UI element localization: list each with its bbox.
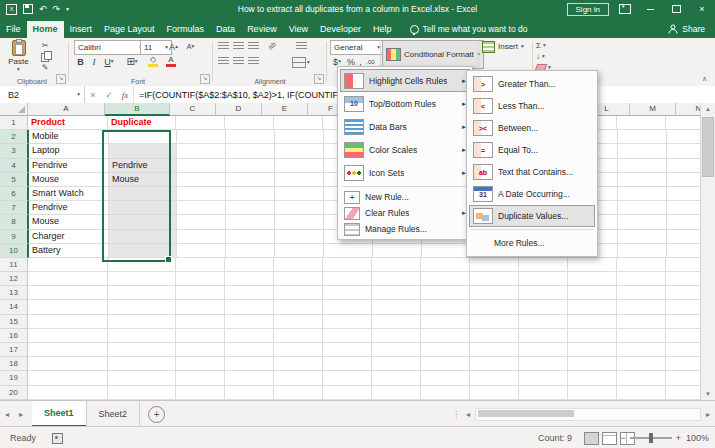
ribbon-display-options-icon[interactable]	[619, 4, 631, 14]
cell-a1[interactable]: Product	[28, 116, 108, 130]
conditional-formatting-button[interactable]: Conditional Formatting ▾	[382, 40, 484, 69]
cell-d12[interactable]	[225, 272, 274, 286]
collapse-ribbon-icon[interactable]: ∧	[702, 75, 707, 83]
cell-e16[interactable]	[274, 329, 323, 343]
cell-b3[interactable]	[109, 144, 177, 158]
tab-view[interactable]: View	[283, 21, 314, 38]
cell-m11[interactable]	[666, 258, 701, 272]
align-right-icon[interactable]	[248, 57, 259, 66]
menu-item-manage-rules[interactable]: Manage Rules...	[340, 221, 470, 237]
cell-e11[interactable]	[274, 258, 323, 272]
cell-d17[interactable]	[225, 343, 274, 357]
cell-l16[interactable]	[617, 329, 666, 343]
cell-i11[interactable]	[470, 258, 519, 272]
cell-c8[interactable]	[177, 215, 226, 229]
cell-d7[interactable]	[226, 201, 275, 215]
column-header-n[interactable]: N	[676, 103, 701, 116]
cell-b18[interactable]	[108, 357, 176, 371]
cell-m13[interactable]	[666, 286, 701, 300]
menu-item-clear-rules[interactable]: Clear Rules►	[340, 205, 470, 221]
cell-f17[interactable]	[323, 343, 372, 357]
menu-item-icon-sets[interactable]: Icon Sets►	[340, 161, 470, 184]
cell-c18[interactable]	[176, 357, 225, 371]
row-header-7[interactable]: 7	[0, 201, 29, 215]
cell-b12[interactable]	[108, 272, 176, 286]
tab-home[interactable]: Home	[27, 21, 64, 38]
alignment-launcher-icon[interactable]	[314, 74, 324, 84]
name-box[interactable]: B2 ▾	[0, 86, 85, 103]
close-button[interactable]: ×	[689, 0, 715, 18]
minimize-button[interactable]	[637, 0, 663, 18]
font-name-select[interactable]: Calibri ▾	[74, 40, 146, 55]
undo-icon[interactable]: ↶	[39, 5, 47, 14]
hscroll-left-icon[interactable]: ◂	[461, 410, 475, 419]
cell-i19[interactable]	[470, 371, 519, 385]
cell-a5[interactable]: Mouse	[29, 173, 109, 187]
cell-f15[interactable]	[323, 315, 372, 329]
cell-g20[interactable]	[372, 386, 421, 400]
cell-g10[interactable]	[373, 244, 422, 258]
cell-m17[interactable]	[666, 343, 701, 357]
maximize-button[interactable]	[663, 0, 689, 18]
row-header-4[interactable]: 4	[0, 159, 29, 173]
row-header-11[interactable]: 11	[0, 258, 28, 272]
cell-a20[interactable]	[28, 386, 108, 400]
cell-e6[interactable]	[275, 187, 324, 201]
cell-h18[interactable]	[421, 357, 470, 371]
cell-e2[interactable]	[275, 130, 324, 144]
cell-e10[interactable]	[275, 244, 324, 258]
cell-m2[interactable]	[667, 130, 701, 144]
sheet-tab-sheet1[interactable]: Sheet1	[32, 401, 87, 427]
column-header-a[interactable]: A	[28, 103, 105, 116]
cell-c2[interactable]	[177, 130, 226, 144]
cell-h13[interactable]	[421, 286, 470, 300]
cell-b1[interactable]: Duplicate	[108, 116, 176, 130]
cell-c20[interactable]	[176, 386, 225, 400]
sheet-nav-left-icon[interactable]: ◂	[0, 401, 14, 427]
cell-f20[interactable]	[323, 386, 372, 400]
tab-data[interactable]: Data	[210, 21, 241, 38]
cell-a3[interactable]: Laptop	[29, 144, 109, 158]
row-header-16[interactable]: 16	[0, 329, 28, 343]
cell-a14[interactable]	[28, 300, 108, 314]
cell-m19[interactable]	[666, 371, 701, 385]
cell-b17[interactable]	[108, 343, 176, 357]
cell-k19[interactable]	[568, 371, 617, 385]
cell-c3[interactable]	[177, 144, 226, 158]
column-header-m[interactable]: M	[630, 103, 676, 116]
cell-f16[interactable]	[323, 329, 372, 343]
row-header-8[interactable]: 8	[0, 215, 29, 229]
cell-g16[interactable]	[372, 329, 421, 343]
align-bottom-icon[interactable]	[248, 42, 259, 51]
row-header-3[interactable]: 3	[0, 144, 29, 158]
tab-file[interactable]: File	[0, 21, 27, 38]
cell-e9[interactable]	[275, 230, 324, 244]
cell-j15[interactable]	[519, 315, 568, 329]
cell-l15[interactable]	[617, 315, 666, 329]
cell-l4[interactable]	[618, 159, 667, 173]
cell-g14[interactable]	[372, 300, 421, 314]
cell-c7[interactable]	[177, 201, 226, 215]
cell-c10[interactable]	[177, 244, 226, 258]
cell-l19[interactable]	[617, 371, 666, 385]
cell-j13[interactable]	[519, 286, 568, 300]
wrap-text-icon[interactable]	[296, 42, 307, 51]
cell-i14[interactable]	[470, 300, 519, 314]
row-header-15[interactable]: 15	[0, 315, 28, 329]
row-header-5[interactable]: 5	[0, 173, 29, 187]
cell-l14[interactable]	[617, 300, 666, 314]
cell-c14[interactable]	[176, 300, 225, 314]
align-left-icon[interactable]	[218, 57, 229, 66]
cell-g12[interactable]	[372, 272, 421, 286]
row-header-6[interactable]: 6	[0, 187, 29, 201]
cell-l10[interactable]	[618, 244, 667, 258]
cell-d13[interactable]	[225, 286, 274, 300]
cell-d8[interactable]	[226, 215, 275, 229]
cell-c12[interactable]	[176, 272, 225, 286]
cell-f11[interactable]	[323, 258, 372, 272]
column-header-c[interactable]: C	[170, 103, 216, 116]
cell-b14[interactable]	[108, 300, 176, 314]
row-header-1[interactable]: 1	[0, 116, 28, 130]
cell-m1[interactable]	[666, 116, 701, 130]
cell-e5[interactable]	[275, 173, 324, 187]
